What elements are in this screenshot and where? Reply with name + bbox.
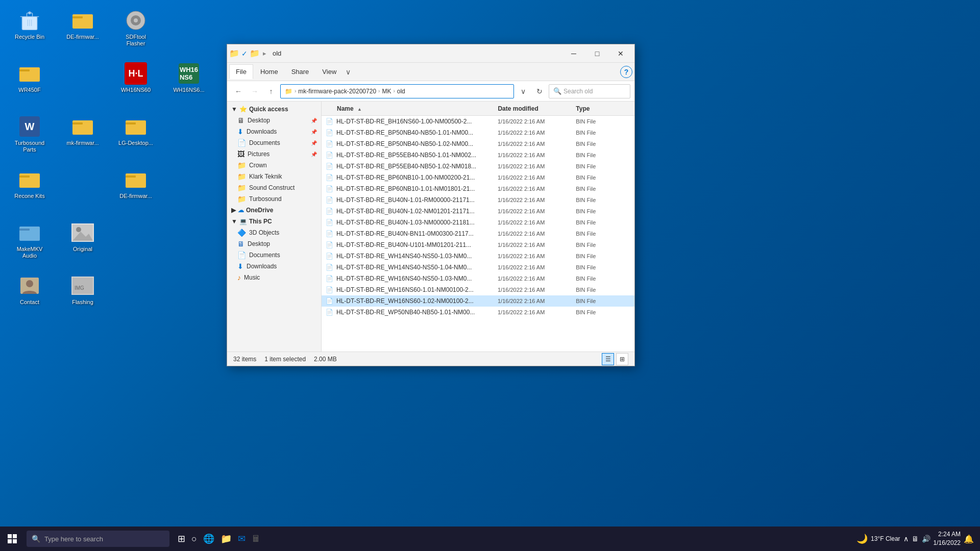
desktop-icon-flashing[interactable]: IMG Flashing bbox=[57, 269, 108, 320]
file-name-cell: 📄 HL-DT-ST-BD-RE_BP55EB40-NB50-1.01-NM00… bbox=[322, 152, 498, 159]
column-type[interactable]: Type bbox=[576, 105, 634, 112]
desktop-icon-turbosound[interactable]: W TurbosoundParts bbox=[4, 110, 55, 161]
refresh-button[interactable]: ↻ bbox=[532, 84, 547, 98]
edge-button[interactable]: 🌐 bbox=[201, 531, 216, 546]
address-dropdown-button[interactable]: ∨ bbox=[516, 84, 530, 98]
back-button[interactable]: ← bbox=[231, 84, 246, 98]
taskbar-search[interactable]: 🔍 Type here to search bbox=[27, 531, 169, 547]
path-root-icon: 📁 bbox=[285, 88, 292, 95]
sidebar-item-documents[interactable]: 📄 Documents 📌 bbox=[227, 137, 321, 148]
de-firmware2-label: DE-firmwar... bbox=[119, 193, 152, 199]
desktop-icon-de-firmware2[interactable]: DE-firmwar... bbox=[110, 163, 161, 214]
pictures-icon-sidebar: 🖼 bbox=[237, 150, 244, 158]
ribbon-tab-view[interactable]: View bbox=[316, 65, 342, 79]
list-view-button[interactable]: ☰ bbox=[602, 353, 614, 365]
sidebar-item-downloads-pc[interactable]: ⬇ Downloads bbox=[227, 261, 321, 272]
file-row[interactable]: 📄 HL-DT-ST-BD-RE_BP60NB10-1.00-NM00200-2… bbox=[322, 172, 634, 183]
desktop-icon-recycle-bin[interactable]: Recycle Bin bbox=[4, 4, 55, 55]
volume-icon[interactable]: 🔊 bbox=[922, 535, 930, 543]
file-row[interactable]: 📄 HL-DT-ST-BD-RE_WH16NS40-NS50-1.03-NM0.… bbox=[322, 273, 634, 284]
cortana-button[interactable]: ○ bbox=[189, 532, 199, 546]
file-row[interactable]: 📄 HL-DT-ST-BD-RE_BP50NB40-NB50-1.01-NM00… bbox=[322, 127, 634, 138]
desktop-icon-sdftool[interactable]: SDFtoolFlasher bbox=[110, 4, 161, 55]
ribbon-tab-home[interactable]: Home bbox=[254, 65, 284, 79]
sidebar-item-3d-objects[interactable]: 🔷 3D Objects bbox=[227, 227, 321, 238]
address-path[interactable]: 📁 › mk-firmware-pack-20200720 › MK › old bbox=[280, 84, 514, 98]
help-button[interactable]: ? bbox=[620, 66, 632, 78]
file-row[interactable]: 📄 HL-DT-ST-BD-RE_BP60NB10-1.01-NM01801-2… bbox=[322, 183, 634, 194]
network-icon[interactable]: 🖥 bbox=[912, 535, 919, 543]
onedrive-label: OneDrive bbox=[246, 207, 273, 214]
notification-button[interactable]: 🔔 bbox=[964, 534, 974, 544]
file-row[interactable]: 📄 HL-DT-ST-BD-RE_BP55EB40-NB50-1.02-NM01… bbox=[322, 161, 634, 172]
file-row[interactable]: 📄 HL-DT-ST-BD-RE_WH14NS40-NS50-1.04-NM0.… bbox=[322, 262, 634, 273]
file-date-cell: 1/16/2022 2:16 AM bbox=[498, 186, 576, 192]
sidebar-item-desktop[interactable]: 🖥 Desktop 📌 bbox=[227, 115, 321, 126]
file-name-text: HL-DT-ST-BD-RE_BU40N-1.03-NM00000-21181.… bbox=[336, 219, 475, 226]
close-button[interactable]: ✕ bbox=[609, 44, 632, 63]
file-row[interactable]: 📄 HL-DT-ST-BD-RE_WP50NB40-NB50-1.01-NM00… bbox=[322, 307, 634, 318]
desktop-icon-original[interactable]: Original bbox=[57, 216, 108, 267]
file-row[interactable]: 📄 HL-DT-ST-BD-RE_BU40N-BN11-0M00300-2117… bbox=[322, 228, 634, 239]
mail-button[interactable]: ✉ bbox=[236, 531, 248, 546]
taskbar: 🔍 Type here to search ⊞ ○ 🌐 📁 ✉ 🖩 🌙 13°F… bbox=[0, 527, 980, 551]
file-explorer-taskbar[interactable]: 📁 bbox=[218, 531, 234, 546]
file-row[interactable]: 📄 HL-DT-ST-BD-RE_BP50NB40-NB50-1.02-NM00… bbox=[322, 138, 634, 149]
desktop-icon-de-firmware1[interactable]: DE-firmwar... bbox=[57, 4, 108, 55]
ribbon-tab-share[interactable]: Share bbox=[285, 65, 315, 79]
file-name-cell: 📄 HL-DT-ST-BD-RE_WH16NS60-1.02-NM00100-2… bbox=[322, 297, 498, 305]
search-box[interactable]: 🔍 Search old bbox=[549, 84, 630, 98]
ribbon-expand-icon[interactable]: ∨ bbox=[344, 68, 353, 76]
file-row[interactable]: 📄 HL-DT-ST-BD-RE_BP55EB40-NB50-1.01-NM00… bbox=[322, 149, 634, 161]
up-button[interactable]: ↑ bbox=[264, 84, 278, 98]
start-button[interactable] bbox=[0, 527, 24, 551]
sidebar-item-pictures[interactable]: 🖼 Pictures 📌 bbox=[227, 148, 321, 160]
file-row[interactable]: 📄 HL-DT-ST-BD-RE_BU40N-1.03-NM00000-2118… bbox=[322, 217, 634, 228]
column-name[interactable]: Name ▲ bbox=[322, 105, 498, 112]
file-row[interactable]: 📄 HL-DT-ST-BD-RE_WH16NS60-1.01-NM00100-2… bbox=[322, 284, 634, 295]
sidebar-item-music[interactable]: ♪ Music bbox=[227, 272, 321, 283]
sidebar-item-crown[interactable]: 📁 Crown bbox=[227, 160, 321, 171]
minimize-button[interactable]: ─ bbox=[562, 44, 585, 63]
file-row[interactable]: 📄 HL-DT-ST-BD-RE_WH14NS40-NS50-1.03-NM0.… bbox=[322, 251, 634, 262]
maximize-button[interactable]: □ bbox=[585, 44, 609, 63]
sidebar-item-desktop-pc[interactable]: 🖥 Desktop bbox=[227, 238, 321, 249]
desktop-empty4 bbox=[57, 163, 108, 214]
desktop-icon-mk-firmware[interactable]: mk-firmwar... bbox=[57, 110, 108, 161]
sidebar-item-sound-construct[interactable]: 📁 Sound Construct bbox=[227, 182, 321, 193]
grid-view-button[interactable]: ⊞ bbox=[616, 353, 628, 365]
show-hidden-icon[interactable]: ∧ bbox=[903, 535, 909, 543]
sidebar-quick-access[interactable]: ▼ ⭐ Quick access bbox=[227, 104, 321, 115]
calculator-button[interactable]: 🖩 bbox=[250, 532, 263, 546]
quick-access-label: Quick access bbox=[249, 106, 288, 113]
desktop-icon-wh16ns60b[interactable]: WH16NS6 WH16NS6... bbox=[163, 57, 214, 108]
file-row[interactable]: 📄 HL-DT-ST-BD-RE_BH16NS60-1.00-NM00500-2… bbox=[322, 116, 634, 127]
file-row[interactable]: 📄 HL-DT-ST-BD-RE_BU40N-1.01-RM00000-2117… bbox=[322, 194, 634, 206]
sidebar-item-klark-teknik[interactable]: 📁 Klark Teknik bbox=[227, 171, 321, 182]
taskbar-clock[interactable]: 2:24 AM 1/16/2022 bbox=[934, 530, 961, 547]
file-row[interactable]: 📄 HL-DT-ST-BD-RE_BU40N-1.02-NM01201-2117… bbox=[322, 206, 634, 217]
wr450f-label: WR450F bbox=[18, 87, 40, 93]
sidebar-item-documents-pc[interactable]: 📄 Documents bbox=[227, 249, 321, 261]
sidebar-this-pc[interactable]: ▼ 💻 This PC bbox=[227, 216, 321, 227]
column-date[interactable]: Date modified bbox=[498, 105, 576, 112]
sidebar-onedrive[interactable]: ▶ ☁ OneDrive bbox=[227, 205, 321, 216]
contact-label: Contact bbox=[20, 299, 39, 306]
forward-button[interactable]: → bbox=[248, 84, 262, 98]
desktop-icon-wh16ns60a[interactable]: H·L WH16NS60 bbox=[110, 57, 161, 108]
file-type-icon: 📄 bbox=[326, 297, 333, 305]
desktop-icon-makemkv[interactable]: MakeMKVAudio bbox=[4, 216, 55, 267]
desktop-icon-recone-kits[interactable]: Recone Kits bbox=[4, 163, 55, 214]
desktop-empty5 bbox=[163, 163, 214, 214]
desktop-icon-wr450f[interactable]: WR450F bbox=[4, 57, 55, 108]
sidebar-item-downloads[interactable]: ⬇ Downloads 📌 bbox=[227, 126, 321, 137]
file-type-cell: BIN File bbox=[576, 242, 634, 248]
task-view-button[interactable]: ⊞ bbox=[176, 531, 187, 546]
file-row[interactable]: 📄 HL-DT-ST-BD-RE_WH16NS60-1.02-NM00100-2… bbox=[322, 295, 634, 307]
ribbon-tab-file[interactable]: File bbox=[229, 64, 253, 79]
file-row[interactable]: 📄 HL-DT-ST-BD-RE_BU40N-U101-MM01201-211.… bbox=[322, 239, 634, 251]
sidebar-item-turbosound[interactable]: 📁 Turbosound bbox=[227, 193, 321, 205]
desktop-icon-lg-desktop[interactable]: LG-Desktop... bbox=[110, 110, 161, 161]
desktop-icon-contact[interactable]: Contact bbox=[4, 269, 55, 320]
sound-construct-icon: 📁 bbox=[237, 184, 246, 192]
